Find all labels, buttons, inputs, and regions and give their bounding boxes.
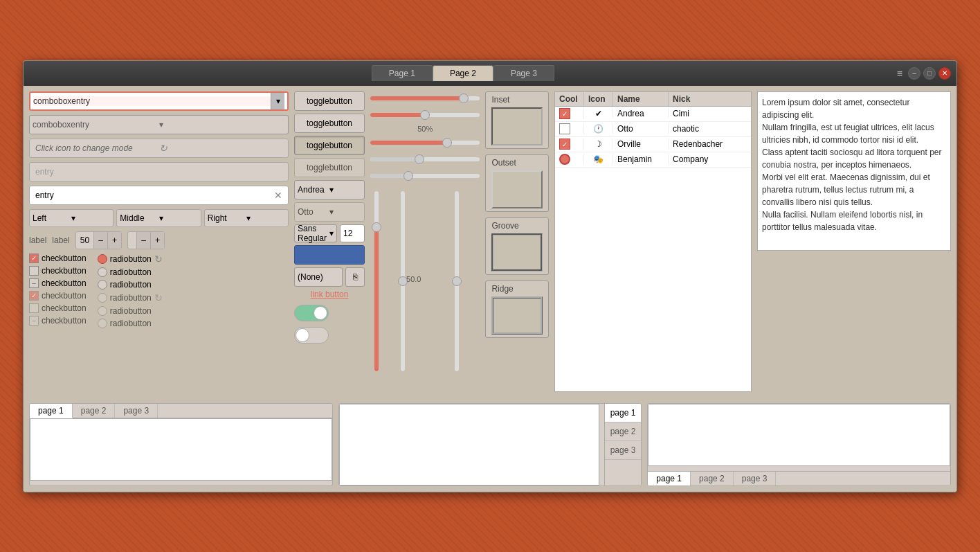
col-header-nick[interactable]: Nick <box>669 92 751 106</box>
hslider-5-fill <box>370 174 408 178</box>
combo-dropdown-2[interactable]: Otto ▾ <box>294 202 365 222</box>
none-select[interactable]: (None) <box>294 267 343 287</box>
spin-decrement-button-2[interactable]: – <box>136 232 150 249</box>
nb1-tab-3[interactable]: page 3 <box>115 404 158 418</box>
radiobutton-label-4: radiobutton <box>110 293 152 303</box>
checkbox-4: ✓ <box>29 291 39 301</box>
combo-entry-arrow[interactable]: ▾ <box>271 93 284 109</box>
spin-decrement-button[interactable]: – <box>93 232 107 249</box>
vslider-1-fill <box>374 227 379 371</box>
col-header-name[interactable]: Name <box>613 92 669 106</box>
cell-icon-4: 🎭 <box>584 154 613 164</box>
table-row-2[interactable]: 🕐 Otto chaotic <box>555 122 751 137</box>
frame-outset: Outset <box>485 154 549 212</box>
mode-entry: Click icon to change mode ↻ <box>29 139 289 158</box>
nb3-tab-3[interactable]: page 3 <box>734 472 777 486</box>
radio-3[interactable] <box>98 280 107 290</box>
combo-dropdown-1[interactable]: Andrea ▾ <box>294 180 365 199</box>
combo-dropdown-2-value: Otto <box>298 207 329 217</box>
frame-ridge: Ridge <box>485 281 549 338</box>
window-controls: – □ ✕ <box>908 67 951 80</box>
cool-checkbox-2[interactable] <box>559 123 570 134</box>
nb3-tab-1[interactable]: page 1 <box>648 472 691 486</box>
checkbutton-2[interactable]: checkbutton <box>29 266 87 276</box>
color-picker-button[interactable] <box>294 245 365 265</box>
cool-checkbox-3[interactable]: ✓ <box>559 139 570 150</box>
close-button[interactable]: ✕ <box>938 67 951 80</box>
checkbox-5 <box>29 303 39 313</box>
frame-outset-content <box>491 170 543 208</box>
menu-icon[interactable]: ≡ <box>897 68 902 79</box>
radiobutton-2[interactable]: radiobutton <box>98 267 163 277</box>
nb2-tab-3[interactable]: page 3 <box>605 441 642 460</box>
copy-button[interactable]: ⎘ <box>345 267 365 287</box>
titlebar-tab-page3[interactable]: Page 3 <box>493 65 554 81</box>
table-row-4[interactable]: 🎭 Benjamin Company <box>555 152 751 168</box>
radiobutton-1[interactable]: radiobutton ↻ <box>98 253 163 265</box>
table-row-3[interactable]: ✓ ☽ Orville Redenbacher <box>555 137 751 152</box>
align-left-label: Left <box>33 213 71 223</box>
hslider-1-thumb[interactable] <box>459 94 469 103</box>
link-button[interactable]: link button <box>294 290 365 299</box>
spin-value: 50 <box>76 235 93 245</box>
hslider-3-thumb[interactable] <box>442 138 452 148</box>
search-input[interactable] <box>35 190 274 200</box>
checkbox-1[interactable]: ✓ <box>29 253 39 263</box>
align-middle-select[interactable]: Middle ▾ <box>116 209 201 227</box>
checkbox-2[interactable] <box>29 266 39 276</box>
toggle-button-3[interactable]: togglebutton <box>294 136 365 155</box>
align-right-arrow: ▾ <box>246 213 285 223</box>
cool-checkbox-1[interactable]: ✓ <box>559 108 570 119</box>
hslider-2-thumb[interactable] <box>420 110 430 120</box>
nb3-tabs: page 1 page 2 page 3 <box>648 471 950 486</box>
align-left-select[interactable]: Left ▾ <box>29 209 114 227</box>
switch-2[interactable] <box>294 327 329 344</box>
nb2-tab-2[interactable]: page 2 <box>605 422 642 441</box>
nb2-tab-1[interactable]: page 1 <box>605 404 642 422</box>
hslider-5-thumb[interactable] <box>403 171 413 181</box>
spin-increment-button-2[interactable]: + <box>150 232 164 249</box>
checkbox-3[interactable]: – <box>29 278 39 288</box>
col-header-cool[interactable]: Cool <box>555 92 584 106</box>
cool-radio-4[interactable] <box>559 154 570 165</box>
radio-5 <box>98 306 107 316</box>
toggle-button-4[interactable]: togglebutton <box>294 158 365 177</box>
hslider-1-fill <box>370 96 464 100</box>
nb1-tab-2[interactable]: page 2 <box>73 404 116 418</box>
switch-1[interactable] <box>294 305 329 321</box>
titlebar-tab-page1[interactable]: Page 1 <box>372 65 433 81</box>
font-select[interactable]: Sans Regular ▾ <box>294 224 337 242</box>
titlebar-tab-page2[interactable]: Page 2 <box>433 65 493 81</box>
align-row: Left ▾ Middle ▾ Right ▾ <box>29 209 289 227</box>
align-right-select[interactable]: Right ▾ <box>204 209 289 227</box>
combo-select[interactable]: comboboxentry ▾ <box>29 115 289 134</box>
vslider-1-track <box>374 191 379 371</box>
switch-1-knob <box>314 306 327 320</box>
radiobutton-5: radiobutton <box>98 306 163 316</box>
nb3-tab-2[interactable]: page 2 <box>691 472 734 486</box>
radiobutton-3[interactable]: radiobutton <box>98 280 163 290</box>
checkbutton-3[interactable]: – checkbutton <box>29 278 87 288</box>
hslider-4-thumb[interactable] <box>415 154 424 164</box>
spin-increment-button[interactable]: + <box>107 232 121 249</box>
radiobutton-label-3: radiobutton <box>110 280 152 290</box>
minimize-button[interactable]: – <box>908 67 920 80</box>
search-clear-icon[interactable]: ✕ <box>274 190 282 201</box>
nb1-tab-1[interactable]: page 1 <box>30 404 73 418</box>
cell-name-1: Andrea <box>613 109 669 118</box>
table-row-1[interactable]: ✓ ✔ Andrea Cimi <box>555 107 751 122</box>
checkbutton-1[interactable]: ✓ checkbutton <box>29 253 87 263</box>
font-size-box: 12 <box>340 224 365 242</box>
combo-entry-input[interactable] <box>33 96 271 106</box>
vslider-3-thumb[interactable] <box>452 276 462 286</box>
radio-2[interactable] <box>98 267 107 277</box>
vslider-1-thumb[interactable] <box>372 222 381 232</box>
maximize-button[interactable]: □ <box>923 67 936 80</box>
toggle-button-2[interactable]: togglebutton <box>294 114 365 133</box>
nb1-tabs: page 1 page 2 page 3 <box>30 404 332 418</box>
radio-1[interactable] <box>98 254 107 264</box>
mode-refresh-icon[interactable]: ↻ <box>159 143 283 154</box>
col-header-icon[interactable]: Icon <box>584 92 613 106</box>
toggle-button-1[interactable]: togglebutton <box>294 91 365 111</box>
vslider-value-label: 50.0 <box>406 275 421 283</box>
